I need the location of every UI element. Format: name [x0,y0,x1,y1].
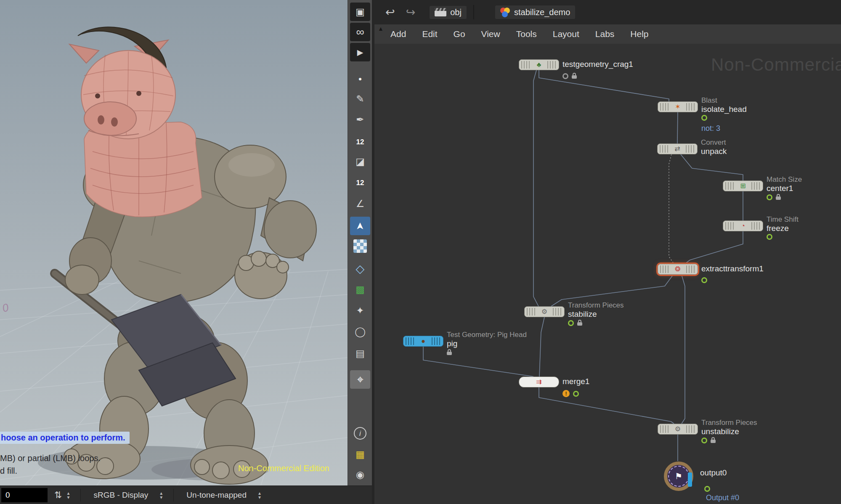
node-unpack[interactable]: ⇄ Convertunpack [657,143,698,154]
display-flag-icon[interactable] [573,391,579,397]
node-type-label: Convert [701,138,727,147]
tonemap-select[interactable]: Un-tone-mapped ▴ ▾ [186,491,261,500]
menu-add[interactable]: Add [390,29,406,39]
breadcrumb-obj[interactable]: obj [430,6,467,19]
display-flag-icon[interactable] [701,277,707,283]
info-icon[interactable]: i [350,424,370,443]
convert-icon: ⇄ [674,146,680,152]
menu-edit[interactable]: Edit [422,29,437,39]
divider [80,489,81,501]
lock-icon[interactable] [447,349,452,355]
network-menu-bar: ▲ Add Edit Go View Tools Layout Labs Hel… [374,24,841,44]
forward-arrow-icon[interactable]: ↪ [406,5,416,19]
menu-go[interactable]: Go [454,29,465,39]
merge-icon: ⇉ [536,379,541,385]
testgeometry-icon: ♣ [537,61,541,68]
frame-input[interactable]: 0 [1,488,48,502]
divider [173,489,174,501]
node-extracttransform1[interactable]: ❂ extracttransform1 [658,264,698,275]
frame-stepper[interactable]: ▴ ▾ [67,491,69,499]
lock-icon[interactable] [776,194,781,200]
obj-context-icon [435,8,446,16]
node-freeze[interactable]: ◔ Time Shiftfreeze [723,220,763,231]
viewport-canvas[interactable]: 0 0 0 [0,0,348,485]
divider [473,5,474,19]
scene-viewport[interactable]: 0 0 0 [0,0,348,485]
output-node-body[interactable]: ⚑ [664,462,693,491]
pane-expand-icon[interactable]: ▲ [378,25,384,32]
node-type-label: Time Shift [767,215,799,224]
keyframe-icon[interactable]: ⇅ [54,490,62,501]
node-name-label: testgeometry_crag1 [562,60,633,69]
handles-diamond-icon[interactable]: ◇ [350,260,370,278]
viewport-hint-line2: MB) or partial (LMB) loops. [0,454,101,463]
clock-flag-icon[interactable] [562,73,568,79]
display-flag-icon[interactable] [767,234,772,240]
node-testgeometry_crag1[interactable]: ♣ testgeometry_crag1 [519,59,559,70]
snapshot-icon[interactable]: ▤ [350,344,370,363]
matchsize-icon: ⊞ [740,183,745,189]
node-isolate_head[interactable]: ✶ Blastisolate_head not: 3 [658,101,698,112]
output-label: Output #0 [706,493,739,502]
menu-labs[interactable]: Labs [595,29,615,39]
node-name-label: center1 [767,184,802,193]
node-type-label: Blast [701,96,747,105]
node-comment: not: 3 [701,124,720,133]
breadcrumb-obj-label: obj [450,8,462,17]
modeler-12-icon[interactable]: 12 [350,133,370,151]
sculpt-12-icon[interactable]: 12 [350,173,370,192]
display-flag-icon[interactable] [704,486,710,492]
pin-icon[interactable]: ⌖ [350,370,370,389]
lock-icon[interactable] [711,437,716,443]
node-pig[interactable]: ● Test Geometry: Pig Headpig [403,336,443,347]
display-flag-icon[interactable] [568,320,574,326]
node-name-label: output0 [700,468,727,477]
mask-checker-icon[interactable] [350,237,370,255]
display-flag-icon[interactable] [767,194,772,200]
node-name-label: stabilize [568,310,624,319]
geometry-node-icon [500,7,510,17]
network-canvas[interactable]: Non-Commercial [374,44,841,504]
node-unstabilize[interactable]: ⚙ Transform Piecesunstabilize [658,424,698,435]
protractor-icon[interactable]: ∠ [350,194,370,213]
scene-view-icon[interactable]: ▣ [350,3,370,21]
grid-icon[interactable]: ▦ [350,445,370,464]
render-view-icon[interactable]: ▶ [350,43,370,61]
houdini-window: 0 0 0 [0,0,841,504]
light-icon[interactable]: ✦ [350,301,370,320]
output-connector-tab[interactable] [688,472,692,487]
output-flag-icon: ⚑ [675,471,682,481]
display-colorspace-select[interactable]: sRGB - Display ▴ ▾ [93,491,162,500]
lock-icon[interactable] [577,320,582,326]
node-output0[interactable]: ⚑ output0 Output #0 [664,462,693,491]
circle-tool-icon[interactable]: ◯ [350,322,370,341]
node-type-label: Match Size [767,175,802,184]
ink-pen-icon[interactable]: ✒ [350,110,370,129]
back-arrow-icon[interactable]: ↩ [385,5,395,19]
breadcrumb-node[interactable]: stabilize_demo [495,5,575,19]
transformpieces-icon: ⚙ [541,308,547,315]
node-name-label: extracttransform1 [701,264,764,273]
stepper-down-icon[interactable]: ▾ [67,495,69,499]
paint-dot-icon[interactable]: ● [350,69,370,88]
menu-help[interactable]: Help [630,29,648,39]
menu-layout[interactable]: Layout [553,29,579,39]
stepper-down-icon[interactable]: ▾ [160,495,162,499]
stereo-glasses-icon[interactable]: ∞ [350,23,370,41]
menu-view[interactable]: View [481,29,500,39]
eye-icon[interactable]: ◉ [350,465,370,484]
stepper-down-icon[interactable]: ▾ [258,495,261,499]
pighead-icon: ● [421,338,425,345]
display-flag-icon[interactable] [701,115,707,121]
menu-tools[interactable]: Tools [516,29,537,39]
node-stabilize[interactable]: ⚙ Transform Piecesstabilize [524,306,565,317]
node-center1[interactable]: ⊞ Match Sizecenter1 [723,180,763,191]
uv-view-icon[interactable]: ▩ [350,280,370,299]
select-arrow-icon[interactable]: ➤ [350,217,370,235]
warning-icon: ! [562,390,570,397]
lock-icon[interactable] [572,73,577,79]
node-merge1[interactable]: ⇉ merge1 ! [519,377,559,387]
trowel-icon[interactable]: ◪ [350,152,370,171]
display-flag-icon[interactable] [701,438,707,443]
brush-icon[interactable]: ✎ [350,90,370,108]
